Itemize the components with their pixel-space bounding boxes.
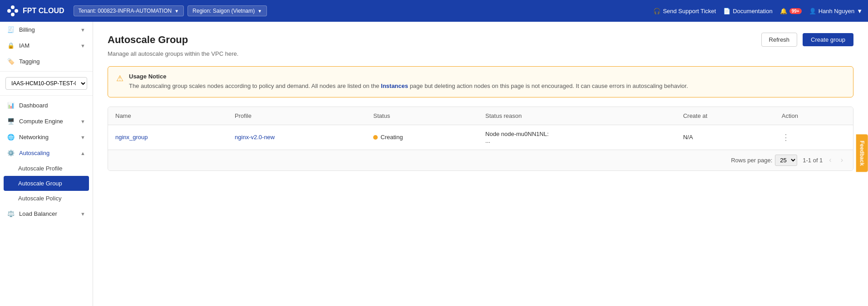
sidebar-item-autoscale-group[interactable]: Autoscale Group: [4, 176, 89, 191]
col-profile: Profile: [227, 107, 366, 125]
sidebar-item-autoscaling[interactable]: ⚙️ Autoscaling ▲: [0, 145, 93, 161]
col-status-reason: Status reason: [478, 107, 676, 125]
table-body: nginx_group nginx-v2.0-new Creating: [108, 125, 853, 150]
pagination-next-button[interactable]: ›: [838, 155, 846, 165]
svg-point-1: [11, 5, 15, 9]
autoscale-group-label: Autoscale Group: [18, 180, 62, 187]
rows-per-page: Rows per page: 25: [731, 155, 797, 166]
feedback-tab[interactable]: Feedback: [856, 134, 868, 172]
region-chevron-icon: ▼: [257, 9, 262, 14]
sidebar: 🧾 Billing ▼ 🔒 IAM ▼ 🏷️ Tagging IAAS-HCM1…: [0, 22, 93, 306]
sidebar-item-tagging[interactable]: 🏷️ Tagging: [0, 53, 93, 69]
autoscale-profile-label: Autoscale Profile: [18, 165, 63, 172]
cell-profile: nginx-v2.0-new: [227, 125, 366, 150]
main-content: Autoscale Group Refresh Create group Man…: [93, 22, 868, 306]
sidebar-item-dashboard[interactable]: 📊 Dashboard: [0, 97, 93, 113]
user-menu[interactable]: 👤 Hanh Nguyen ▼: [809, 8, 863, 15]
cell-status: Creating: [366, 125, 478, 150]
sidebar-item-autoscale-policy[interactable]: Autoscale Policy: [0, 191, 93, 206]
networking-icon: 🌐: [7, 134, 15, 141]
compute-engine-label: Compute Engine: [19, 118, 63, 125]
cell-create-at: N/A: [676, 125, 774, 150]
warning-icon: ⚠: [116, 73, 123, 83]
group-name-link[interactable]: nginx_group: [115, 134, 148, 141]
sidebar-item-compute-engine[interactable]: 🖥️ Compute Engine ▼: [0, 113, 93, 129]
tenant-dropdown[interactable]: Tenant: 000823-INFRA-AUTOMATION ▼: [74, 5, 184, 16]
cell-action: ⋮: [774, 125, 853, 150]
header-actions: Refresh Create group: [761, 33, 853, 47]
doc-icon: 📄: [723, 8, 730, 15]
project-selector-wrapper: IAAS-HCM10-OSP-TEST-01: [0, 73, 93, 93]
iam-icon: 🔒: [7, 42, 15, 49]
table-header: Name Profile Status Status reason Create…: [108, 107, 853, 125]
sidebar-item-billing[interactable]: 🧾 Billing ▼: [0, 22, 93, 38]
logo-text: FPT CLOUD: [23, 7, 64, 15]
status-reason-text2: ...: [485, 137, 669, 144]
page-subtitle-text: Manage all autoscale groups within the V…: [108, 50, 238, 57]
support-ticket-button[interactable]: 🎧 Send Support Ticket: [653, 8, 716, 15]
col-name: Name: [108, 107, 227, 125]
billing-label: Billing: [19, 26, 35, 33]
user-chevron-icon: ▼: [857, 8, 863, 15]
networking-chevron-icon: ▼: [80, 135, 85, 140]
refresh-button[interactable]: Refresh: [761, 33, 798, 47]
status-reason-text: Node node-mu0NN1NL:: [485, 131, 669, 137]
pagination-prev-button[interactable]: ‹: [826, 155, 834, 165]
profile-link[interactable]: nginx-v2.0-new: [235, 134, 275, 141]
user-name: Hanh Nguyen: [819, 8, 855, 15]
svg-point-2: [15, 9, 18, 13]
sidebar-item-autoscale-profile[interactable]: Autoscale Profile: [0, 161, 93, 176]
load-balancer-label: Load Balancer: [19, 210, 57, 217]
action-menu-button[interactable]: ⋮: [782, 133, 790, 142]
tenant-label: Tenant: 000823-INFRA-AUTOMATION: [79, 8, 172, 14]
col-status: Status: [366, 107, 478, 125]
status-dot-icon: [373, 135, 378, 140]
sidebar-divider-2: [0, 95, 93, 96]
col-action: Action: [774, 107, 853, 125]
rows-per-page-select[interactable]: 25: [775, 155, 797, 166]
project-selector[interactable]: IAAS-HCM10-OSP-TEST-01: [5, 77, 87, 90]
sidebar-divider-1: [0, 71, 93, 72]
cell-status-reason: Node node-mu0NN1NL: ...: [478, 125, 676, 150]
rows-per-page-label: Rows per page:: [731, 157, 772, 164]
pagination-info: 1-1 of 1: [803, 157, 823, 164]
autoscale-policy-label: Autoscale Policy: [18, 195, 61, 202]
notice-text: The autoscaling group scales nodes accor…: [129, 82, 688, 91]
dashboard-icon: 📊: [7, 102, 15, 109]
region-dropdown[interactable]: Region: Saigon (Vietnam) ▼: [187, 5, 267, 16]
dashboard-label: Dashboard: [19, 102, 48, 109]
create-group-button[interactable]: Create group: [803, 33, 853, 46]
status-creating: Creating: [373, 134, 471, 141]
pagination: 1-1 of 1 ‹ ›: [803, 155, 846, 165]
logo: FPT CLOUD: [5, 4, 64, 18]
table: Name Profile Status Status reason Create…: [108, 107, 853, 150]
usage-notice: ⚠ Usage Notice The autoscaling group sca…: [108, 66, 853, 97]
notice-instances-link[interactable]: Instances: [381, 83, 408, 89]
sidebar-item-iam[interactable]: 🔒 IAM ▼: [0, 38, 93, 53]
autoscaling-label: Autoscaling: [19, 150, 49, 156]
notification-badge: 99+: [789, 8, 802, 14]
feedback-label: Feedback: [858, 141, 865, 165]
documentation-label: Documentation: [733, 8, 772, 15]
tagging-icon: 🏷️: [7, 58, 15, 65]
status-text: Creating: [380, 134, 403, 141]
notice-title: Usage Notice: [129, 73, 688, 80]
svg-point-3: [11, 13, 15, 16]
svg-point-0: [7, 9, 11, 13]
compute-chevron-icon: ▼: [80, 119, 85, 124]
autoscale-group-table: Name Profile Status Status reason Create…: [108, 107, 853, 171]
networking-label: Networking: [19, 134, 49, 141]
sidebar-item-networking[interactable]: 🌐 Networking ▼: [0, 129, 93, 145]
sidebar-item-load-balancer[interactable]: ⚖️ Load Balancer ▼: [0, 206, 93, 222]
headset-icon: 🎧: [653, 8, 661, 15]
notifications-button[interactable]: 🔔 99+: [780, 8, 802, 15]
notice-content: Usage Notice The autoscaling group scale…: [129, 73, 688, 91]
load-balancer-icon: ⚖️: [7, 210, 15, 217]
page-header: Autoscale Group Refresh Create group: [108, 33, 853, 47]
region-label: Region: Saigon (Vietnam): [192, 8, 255, 14]
topnav-right: 🎧 Send Support Ticket 📄 Documentation 🔔 …: [653, 8, 863, 15]
notice-text-after: page but deleting action nodes on this p…: [408, 83, 688, 89]
documentation-button[interactable]: 📄 Documentation: [723, 8, 772, 15]
table-footer: Rows per page: 25 1-1 of 1 ‹ ›: [108, 150, 853, 170]
cell-name: nginx_group: [108, 125, 227, 150]
